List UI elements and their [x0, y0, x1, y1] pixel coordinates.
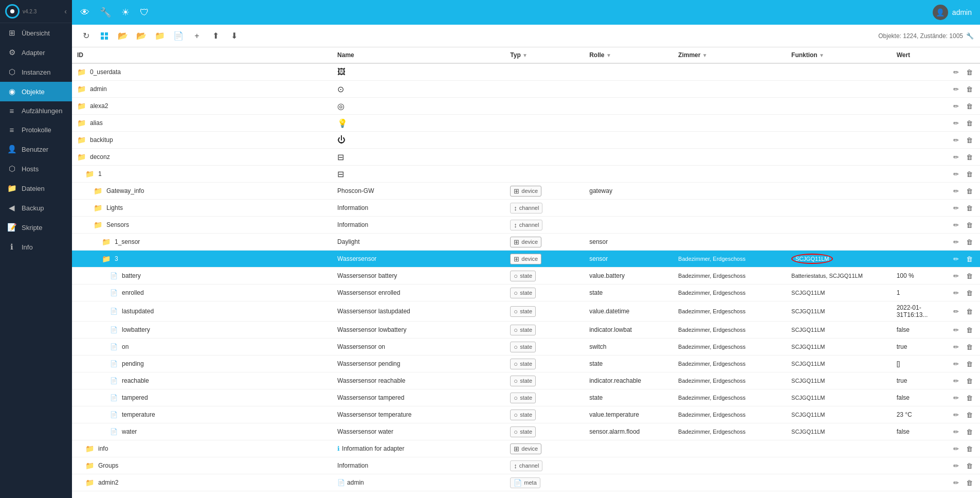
- sidebar-item-objekte[interactable]: ◉ Objekte: [0, 82, 72, 101]
- edit-button[interactable]: ✏: [950, 460, 961, 471]
- column-role[interactable]: Rolle ▼: [584, 47, 673, 63]
- delete-button[interactable]: 🗑: [964, 392, 975, 403]
- table-row[interactable]: 📄tamperedWassersensor tampered○ statesta…: [72, 389, 980, 406]
- edit-button[interactable]: ✏: [950, 409, 961, 420]
- topbar-sun-icon[interactable]: ☀: [121, 7, 130, 18]
- open-folder-button[interactable]: 📂: [134, 28, 149, 44]
- page-button[interactable]: 📄: [171, 28, 186, 44]
- edit-button[interactable]: ✏: [950, 117, 961, 129]
- sidebar-item-protokolle[interactable]: ≡ Protokolle: [0, 120, 72, 139]
- edit-button[interactable]: ✏: [950, 83, 961, 95]
- upload-button[interactable]: ⬆: [208, 28, 223, 44]
- edit-button[interactable]: ✏: [950, 168, 961, 180]
- table-row[interactable]: 📄batteryWassersensor battery○ statevalue…: [72, 268, 980, 284]
- sidebar-item-dateien[interactable]: 📁 Dateien: [0, 179, 72, 198]
- delete-button[interactable]: 🗑: [964, 236, 975, 247]
- delete-button[interactable]: 🗑: [964, 253, 975, 264]
- edit-button[interactable]: ✏: [950, 477, 961, 488]
- table-view-button[interactable]: [97, 28, 112, 44]
- blue-folder-button[interactable]: 📁: [152, 28, 168, 44]
- delete-button[interactable]: 🗑: [964, 168, 975, 180]
- delete-button[interactable]: 🗑: [964, 324, 975, 335]
- table-row[interactable]: 📁deconz⊟ ✏ 🗑: [72, 149, 980, 166]
- edit-button[interactable]: ✏: [950, 287, 961, 298]
- column-room[interactable]: Zimmer ▼: [673, 47, 786, 63]
- delete-button[interactable]: 🗑: [964, 270, 975, 281]
- sidebar-item-backup[interactable]: ◀ Backup: [0, 198, 72, 218]
- column-type[interactable]: Typ ▼: [505, 47, 584, 63]
- delete-button[interactable]: 🗑: [964, 460, 975, 471]
- edit-button[interactable]: ✏: [950, 375, 961, 386]
- edit-button[interactable]: ✏: [950, 306, 961, 317]
- table-row[interactable]: 📄enrolledWassersensor enrolled○ statesta…: [72, 284, 980, 301]
- table-row[interactable]: 📁3Wassersensor⊞ devicesensorBadezimmer, …: [72, 251, 980, 268]
- topbar-shield-icon[interactable]: 🛡: [140, 7, 149, 18]
- edit-button[interactable]: ✏: [950, 151, 961, 163]
- sidebar-item-aufzaehlungen[interactable]: ≡ Aufzählungen: [0, 101, 72, 120]
- sidebar-item-skripte[interactable]: 📝 Skripte: [0, 218, 72, 237]
- table-row[interactable]: 📁admin⊙ ✏ 🗑: [72, 81, 980, 98]
- edit-button[interactable]: ✏: [950, 134, 961, 146]
- delete-button[interactable]: 🗑: [964, 409, 975, 420]
- topbar-wrench-icon[interactable]: 🔧: [100, 7, 111, 18]
- refresh-button[interactable]: ↻: [78, 28, 94, 44]
- delete-button[interactable]: 🗑: [964, 477, 975, 488]
- edit-button[interactable]: ✏: [950, 185, 961, 197]
- table-row[interactable]: 📁1_sensorDaylight⊞ devicesensor ✏ 🗑: [72, 234, 980, 251]
- table-row[interactable]: 📁0_userdata🖼 ✏ 🗑: [72, 63, 980, 81]
- table-row[interactable]: 📄lowbatteryWassersensor lowbattery○ stat…: [72, 322, 980, 339]
- table-row[interactable]: 📄temperatureWassersensor temperature○ st…: [72, 406, 980, 423]
- table-row[interactable]: 📁SensorsInformation↕ channel ✏ 🗑: [72, 217, 980, 234]
- table-row[interactable]: 📁admin2📄admin📄 meta ✏ 🗑: [72, 474, 980, 491]
- edit-button[interactable]: ✏: [950, 100, 961, 112]
- edit-button[interactable]: ✏: [950, 270, 961, 281]
- table-row[interactable]: 📄pendingWassersensor pending○ statestate…: [72, 355, 980, 372]
- table-row[interactable]: 📁GroupsInformation↕ channel ✏ 🗑: [72, 457, 980, 474]
- delete-button[interactable]: 🗑: [964, 443, 975, 454]
- table-row[interactable]: 📁LightsInformation↕ channel ✏ 🗑: [72, 200, 980, 217]
- delete-button[interactable]: 🗑: [964, 83, 975, 95]
- edit-button[interactable]: ✏: [950, 202, 961, 214]
- table-row[interactable]: 📄lastupdatedWassersensor lastupdated○ st…: [72, 301, 980, 322]
- edit-button[interactable]: ✏: [950, 392, 961, 403]
- edit-button[interactable]: ✏: [950, 358, 961, 369]
- sidebar-collapse-button[interactable]: ‹: [64, 7, 67, 15]
- table-row[interactable]: 📄waterWassersensor water○ statesensor.al…: [72, 423, 980, 440]
- add-button[interactable]: +: [189, 28, 205, 44]
- delete-button[interactable]: 🗑: [964, 117, 975, 129]
- table-row[interactable]: 📄reachableWassersensor reachable○ statei…: [72, 372, 980, 389]
- sidebar-item-info[interactable]: ℹ Info: [0, 237, 72, 257]
- folder-view-button[interactable]: 📂: [115, 28, 131, 44]
- delete-button[interactable]: 🗑: [964, 202, 975, 214]
- delete-button[interactable]: 🗑: [964, 219, 975, 230]
- sidebar-item-uebersicht[interactable]: ⊞ Übersicht: [0, 23, 72, 43]
- delete-button[interactable]: 🗑: [964, 426, 975, 437]
- column-func[interactable]: Funktion ▼: [786, 47, 892, 63]
- download-button[interactable]: ⬇: [226, 28, 242, 44]
- delete-button[interactable]: 🗑: [964, 134, 975, 146]
- delete-button[interactable]: 🗑: [964, 100, 975, 112]
- delete-button[interactable]: 🗑: [964, 375, 975, 386]
- edit-button[interactable]: ✏: [950, 253, 961, 264]
- delete-button[interactable]: 🗑: [964, 66, 975, 78]
- delete-button[interactable]: 🗑: [964, 341, 975, 352]
- delete-button[interactable]: 🗑: [964, 287, 975, 298]
- topbar-eye-icon[interactable]: 👁: [80, 7, 89, 18]
- edit-button[interactable]: ✏: [950, 324, 961, 335]
- sidebar-item-benutzer[interactable]: 👤 Benutzer: [0, 139, 72, 159]
- table-row[interactable]: 📁backitup⏻ ✏ 🗑: [72, 132, 980, 149]
- table-row[interactable]: 📁alias💡 ✏ 🗑: [72, 115, 980, 132]
- sidebar-item-hosts[interactable]: ⬡ Hosts: [0, 159, 72, 179]
- table-row[interactable]: 📁alexa2◎ ✏ 🗑: [72, 98, 980, 115]
- table-row[interactable]: 📁Gateway_infoPhoscon-GW⊞ devicegateway ✏…: [72, 183, 980, 200]
- toolbar-settings-icon[interactable]: 🔧: [966, 32, 974, 40]
- table-row[interactable]: 📁infoℹInformation for adapter⊞ device ✏ …: [72, 440, 980, 457]
- edit-button[interactable]: ✏: [950, 443, 961, 454]
- delete-button[interactable]: 🗑: [964, 358, 975, 369]
- table-row[interactable]: 📁1⊟ ✏ 🗑: [72, 166, 980, 183]
- edit-button[interactable]: ✏: [950, 341, 961, 352]
- table-row[interactable]: 📄onWassersensor on○ stateswitchBadezimme…: [72, 339, 980, 355]
- edit-button[interactable]: ✏: [950, 236, 961, 247]
- delete-button[interactable]: 🗑: [964, 306, 975, 317]
- sidebar-item-instanzen[interactable]: ⬡ Instanzen: [0, 62, 72, 82]
